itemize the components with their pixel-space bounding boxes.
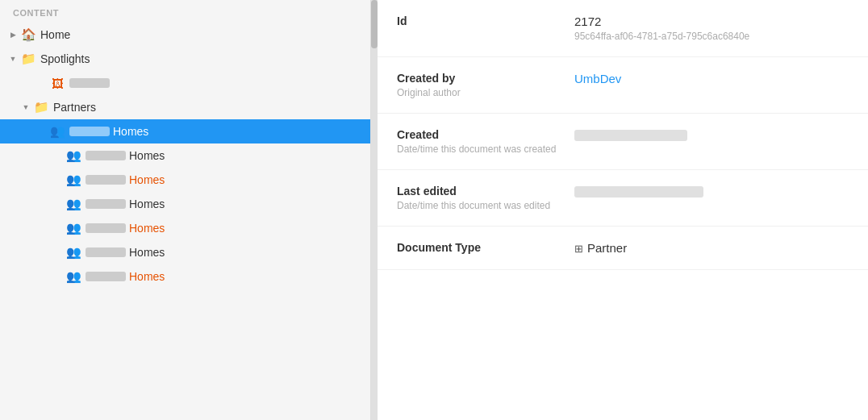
- chevron-icon: [53, 175, 63, 185]
- content-tree[interactable]: CONTENT ▶ 🏠 Home ▼ 📁 Spotlights 🖼 ▼ 📁 Pa…: [0, 0, 371, 420]
- created-sublabel: Date/time this document was created: [397, 143, 574, 155]
- blurred-name: [69, 127, 110, 136]
- blurred-name: [86, 151, 126, 160]
- chevron-icon: ▼: [8, 54, 18, 64]
- created-by-label: Created by: [397, 72, 574, 85]
- blurred-name: [86, 175, 126, 185]
- blurred-name: [86, 247, 126, 257]
- tree-item-homes-3[interactable]: 👥 Homes: [0, 192, 370, 216]
- tree-item-label: Homes: [129, 198, 165, 210]
- document-type-row: Document Type ⊞Partner: [378, 227, 868, 270]
- created-row: Created Date/time this document was crea…: [378, 114, 868, 170]
- sidebar-header: CONTENT: [0, 0, 370, 23]
- chevron-icon: [53, 247, 63, 257]
- tree-item-homes-2[interactable]: 👥 Homes: [0, 168, 370, 192]
- people-icon: 👥: [66, 173, 81, 187]
- blurred-name: [86, 199, 126, 209]
- tree-item-homes-6[interactable]: 👥 Homes: [0, 264, 370, 289]
- home-icon: 🏠: [21, 27, 35, 42]
- last-edited-row: Last edited Date/time this document was …: [378, 170, 868, 227]
- tree-item-spotlights[interactable]: ▼ 📁 Spotlights: [0, 47, 370, 71]
- doc-type-icon: ⊞: [574, 243, 583, 255]
- people-icon: 👥: [50, 124, 65, 139]
- document-type-label: Document Type: [397, 241, 574, 254]
- chevron-icon: [37, 78, 47, 88]
- people-icon: 👥: [66, 245, 81, 260]
- tree-item-label: Spotlights: [40, 52, 90, 65]
- created-by-value[interactable]: UmbDev: [574, 72, 621, 85]
- tree-item-label: Homes: [129, 173, 165, 186]
- people-icon: 👥: [66, 221, 81, 235]
- id-value-sub: 95c64ffa-af06-4781-a75d-795c6ac6840e: [574, 31, 849, 42]
- tree-item-label: Home: [40, 28, 70, 41]
- tree-item-homes-4[interactable]: 👥 Homes: [0, 216, 370, 240]
- tree-item-label: Homes: [113, 125, 148, 138]
- folder-icon: 📁: [34, 100, 48, 114]
- created-value-blurred: [574, 130, 687, 141]
- chevron-icon: [53, 199, 63, 209]
- tree-item-homes-5[interactable]: 👥 Homes: [0, 240, 370, 264]
- tree-item-label: Homes: [129, 270, 165, 283]
- tree-item-label: Homes: [129, 222, 165, 235]
- tree-item-label: Homes: [129, 246, 165, 259]
- created-label: Created: [397, 128, 574, 141]
- chevron-icon: [53, 272, 63, 281]
- people-icon: 👥: [66, 197, 81, 211]
- id-row: Id 2172 95c64ffa-af06-4781-a75d-795c6ac6…: [378, 0, 868, 57]
- info-table: Id 2172 95c64ffa-af06-4781-a75d-795c6ac6…: [378, 0, 868, 270]
- people-icon: 👥: [66, 269, 81, 284]
- tree-item-blurred-child[interactable]: 🖼: [0, 71, 370, 95]
- tree-item-homes-1[interactable]: 👥 Homes: [0, 143, 370, 168]
- chevron-icon: ▶: [8, 30, 18, 40]
- chevron-icon: ▼: [21, 102, 31, 112]
- tree-item-label: Partners: [53, 101, 96, 114]
- blurred-name: [86, 223, 126, 233]
- tree-item-homes-active[interactable]: 👥 Homes: [0, 119, 370, 143]
- chevron-icon: [53, 223, 63, 233]
- document-type-value: ⊞Partner: [574, 241, 849, 255]
- chevron-icon: [53, 151, 63, 160]
- detail-panel: Id 2172 95c64ffa-af06-4781-a75d-795c6ac6…: [378, 0, 868, 420]
- tree-item-label: Homes: [129, 149, 165, 162]
- last-edited-label: Last edited: [397, 185, 574, 198]
- blurred-name: [69, 78, 110, 88]
- id-label: Id: [397, 15, 574, 27]
- image-icon: 🖼: [50, 76, 65, 90]
- id-value-main: 2172: [574, 15, 849, 28]
- tree-item-home[interactable]: ▶ 🏠 Home: [0, 23, 370, 47]
- last-edited-value-blurred: [574, 186, 703, 198]
- blurred-name: [86, 272, 126, 281]
- tree-item-partners[interactable]: ▼ 📁 Partners: [0, 95, 370, 119]
- chevron-icon: [37, 127, 47, 136]
- last-edited-sublabel: Date/time this document was edited: [397, 200, 574, 211]
- created-by-row: Created by Original author UmbDev: [378, 57, 868, 114]
- people-icon: 👥: [66, 148, 81, 163]
- created-by-sublabel: Original author: [397, 87, 574, 98]
- folder-icon: 📁: [21, 52, 35, 66]
